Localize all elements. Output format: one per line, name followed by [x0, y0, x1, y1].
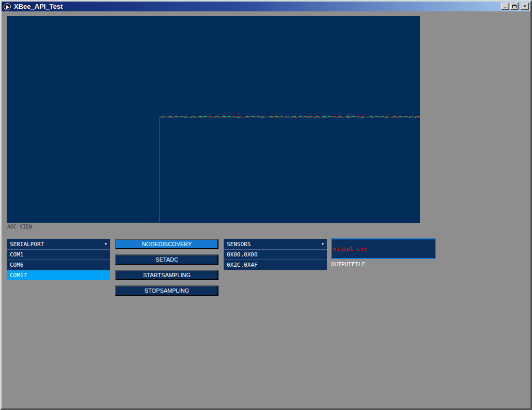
sensors-header[interactable]: SENSORS ▼ [224, 239, 327, 249]
chevron-down-icon: ▼ [105, 242, 107, 246]
sensors-label: SENSORS [227, 241, 251, 248]
outputfile-value: output.csv [333, 246, 367, 252]
adc-plot [7, 16, 420, 223]
serialport-dropdown: SERIALPORT ▼ COM1 COM6 COM17 [7, 239, 110, 280]
serialport-item-com6[interactable]: COM6 [7, 260, 110, 270]
close-button[interactable]: × [521, 3, 529, 10]
app-window: XBee_API_Test _ × ADC VIEW SERIALPORT ▼ … [0, 0, 532, 410]
minimize-button[interactable]: _ [501, 3, 509, 10]
startsampling-button[interactable]: STARTSAMPLING [115, 270, 218, 280]
serialport-label: SERIALPORT [10, 241, 44, 248]
stopsampling-button[interactable]: STOPSAMPLING [115, 285, 218, 296]
serialport-header[interactable]: SERIALPORT ▼ [7, 239, 110, 249]
adc-view-caption: ADC VIEW [7, 224, 32, 230]
outputfile-input[interactable]: output.csv [331, 238, 436, 259]
title-bar[interactable]: XBee_API_Test _ × [2, 2, 530, 11]
serialport-item-com1[interactable]: COM1 [7, 249, 110, 260]
setadc-button[interactable]: SETADC [115, 254, 218, 265]
serialport-item-com17[interactable]: COM17 [7, 270, 110, 280]
adc-chart-panel [7, 16, 420, 223]
sensors-item-0[interactable]: 0X00,0X00 [224, 249, 327, 260]
outputfile-label: OUTPUTFILE [331, 261, 365, 268]
nodediscovery-button[interactable]: NODEDISCOVERY [115, 239, 218, 249]
maximize-button[interactable] [510, 3, 519, 10]
sensors-dropdown: SENSORS ▼ 0X00,0X00 0X2C,0X4F [224, 239, 327, 270]
chevron-down-icon: ▼ [322, 242, 324, 246]
window-title: XBee_API_Test [14, 3, 62, 10]
sensors-item-1[interactable]: 0X2C,0X4F [224, 260, 327, 270]
app-icon [4, 3, 11, 10]
maximize-icon [512, 5, 517, 8]
